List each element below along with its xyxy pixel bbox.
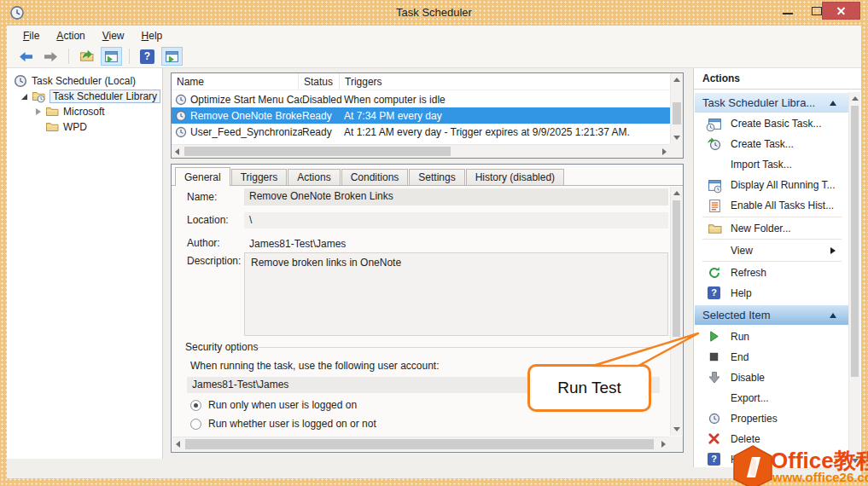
tab-actions[interactable]: Actions — [288, 169, 340, 185]
display-running-tasks-icon — [708, 178, 722, 193]
scroll-down-icon[interactable] — [673, 427, 680, 431]
scrollbar-thumb[interactable] — [851, 106, 859, 377]
task-author-value: James81-Test\James — [244, 236, 351, 252]
tab-history[interactable]: History (disabled) — [466, 169, 564, 185]
expander-closed-icon[interactable] — [36, 108, 41, 115]
column-header-triggers[interactable]: Triggers — [340, 73, 670, 90]
action-label: Export... — [731, 392, 769, 404]
collapse-icon[interactable] — [830, 313, 836, 318]
action-export[interactable]: Export... — [695, 388, 848, 408]
details-vertical-scrollbar[interactable] — [670, 187, 682, 436]
selected-item-group-header[interactable]: Selected Item — [695, 305, 848, 325]
scrollbar-thumb[interactable] — [673, 102, 681, 124]
console-tree-icon — [104, 49, 119, 64]
task-list-horizontal-scrollbar[interactable] — [172, 144, 670, 158]
action-disable[interactable]: Disable — [695, 367, 848, 388]
radio-label: Run whether user is logged on or not — [208, 418, 376, 430]
disable-icon — [708, 371, 722, 385]
scrollbar-thumb[interactable] — [185, 439, 654, 449]
radio-selected-icon[interactable] — [190, 400, 201, 411]
location-label: Location: — [187, 214, 229, 226]
expander-open-icon[interactable] — [21, 94, 27, 100]
tab-general[interactable]: General — [175, 167, 230, 186]
back-button[interactable] — [15, 47, 37, 66]
action-run[interactable]: Run — [695, 327, 848, 347]
actions-scrollbar[interactable] — [848, 92, 860, 467]
task-row-selected[interactable]: Remove OneNote Broken ... Ready At 7:34 … — [172, 107, 670, 124]
task-list: Name Status Triggers Optimize Start Menu… — [171, 72, 684, 159]
minimize-button[interactable] — [776, 2, 800, 20]
action-end[interactable]: End — [695, 347, 848, 367]
tree-item-microsoft[interactable]: Microsoft — [7, 104, 162, 119]
column-header-status[interactable]: Status — [299, 73, 340, 90]
scroll-left-icon[interactable] — [176, 441, 180, 448]
task-triggers: When computer is idle — [344, 94, 670, 106]
action-label: Create Task... — [731, 138, 794, 150]
menu-separator — [702, 261, 842, 262]
tab-triggers[interactable]: Triggers — [231, 169, 288, 185]
tab-conditions[interactable]: Conditions — [341, 169, 409, 185]
action-display-all-running[interactable]: Display All Running T... — [695, 175, 848, 195]
security-options-group-label: Security options — [185, 341, 258, 353]
column-header-name[interactable]: Name — [172, 73, 299, 90]
export-list-button[interactable] — [76, 47, 97, 66]
scroll-left-icon[interactable] — [175, 148, 179, 155]
action-label: Disable — [731, 372, 765, 384]
action-enable-tasks-history[interactable]: Enable All Tasks Hist... — [695, 195, 848, 216]
scroll-up-icon[interactable] — [852, 96, 859, 101]
tree-item-wpd[interactable]: WPD — [7, 119, 162, 135]
action-properties[interactable]: Properties — [695, 408, 848, 429]
scroll-right-icon[interactable] — [662, 148, 667, 155]
watermark-url[interactable]: www.office26.com — [772, 470, 868, 484]
menu-view[interactable]: View — [95, 28, 132, 43]
task-description-field[interactable]: Remove broken links in OneNote — [244, 252, 668, 336]
tab-settings[interactable]: Settings — [409, 169, 464, 185]
action-new-folder[interactable]: New Folder... — [695, 218, 848, 239]
scrollbar-corner — [670, 144, 683, 158]
help-icon: ? — [140, 49, 154, 64]
radio-run-logged-on[interactable]: Run only when user is logged on — [190, 399, 357, 411]
task-status: Ready — [302, 110, 344, 122]
scrollbar-thumb[interactable] — [673, 200, 680, 337]
details-horizontal-scrollbar[interactable] — [172, 437, 669, 451]
scroll-up-icon[interactable] — [673, 191, 680, 195]
console-tree-toggle-button[interactable] — [101, 47, 122, 66]
menu-help[interactable]: Help — [134, 28, 171, 43]
scroll-down-icon[interactable] — [673, 136, 680, 140]
scroll-right-icon[interactable] — [661, 441, 666, 448]
forward-icon — [43, 50, 59, 63]
task-list-vertical-scrollbar[interactable] — [670, 73, 683, 144]
action-create-task[interactable]: Create Task... — [695, 134, 848, 154]
action-help[interactable]: ? Help — [695, 283, 848, 304]
action-view[interactable]: View — [695, 240, 848, 261]
collapse-icon[interactable] — [830, 101, 836, 106]
menu-separator — [702, 217, 842, 217]
tree-item-task-scheduler-local[interactable]: Task Scheduler (Local) — [7, 73, 162, 89]
task-triggers: At 1:21 AM every day - Trigger expires a… — [344, 126, 670, 138]
radio-run-not-logged-on[interactable]: Run whether user is logged on or not — [190, 418, 376, 430]
help-button[interactable]: ? — [137, 47, 158, 66]
tree-item-task-scheduler-library[interactable]: Task Scheduler Library — [7, 89, 162, 104]
task-row[interactable]: User_Feed_Synchronizatio... Ready At 1:2… — [172, 124, 670, 140]
minimize-icon — [783, 13, 793, 14]
action-pane-toggle-button[interactable] — [161, 47, 183, 66]
action-create-basic-task[interactable]: Create Basic Task... — [695, 113, 848, 134]
task-name: Optimize Start Menu Cach... — [190, 94, 302, 106]
action-refresh[interactable]: Refresh — [695, 263, 848, 283]
library-group-header[interactable]: Task Scheduler Libra... — [695, 93, 848, 113]
action-label: Display All Running T... — [731, 179, 836, 191]
forward-button[interactable] — [40, 47, 61, 66]
task-name-field[interactable]: Remove OneNote Broken Links — [244, 188, 668, 205]
action-import-task[interactable]: Import Task... — [695, 154, 848, 175]
description-label: Description: — [187, 255, 241, 267]
scroll-up-icon[interactable] — [673, 78, 680, 82]
radio-unselected-icon[interactable] — [190, 419, 201, 430]
task-row[interactable]: Optimize Start Menu Cach... Disabled Whe… — [172, 91, 670, 107]
action-label: Run — [731, 331, 749, 343]
menu-file[interactable]: File — [15, 28, 47, 43]
menu-action[interactable]: Action — [49, 28, 92, 43]
scrollbar-thumb[interactable] — [184, 147, 451, 156]
scrollbar-corner — [669, 437, 683, 452]
task-location-field[interactable]: \ — [244, 212, 668, 229]
close-button[interactable] — [822, 2, 860, 20]
